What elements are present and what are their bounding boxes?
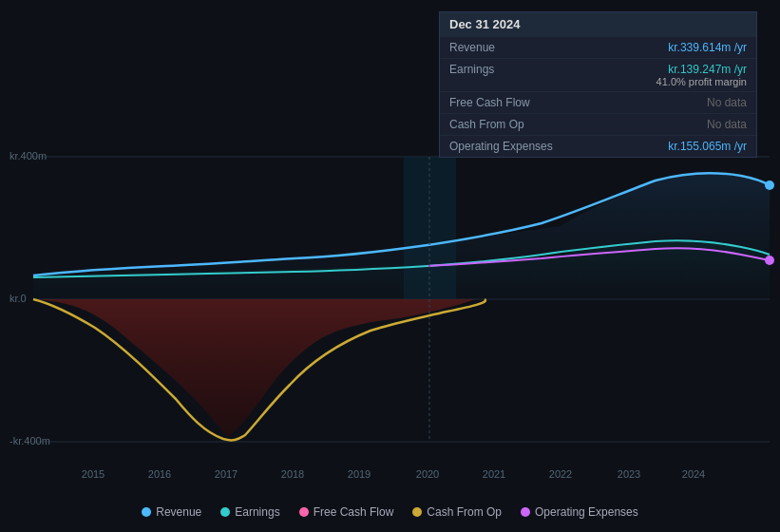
x-label-2020: 2020 [416,468,439,480]
tooltip-row-revenue: Revenue kr.339.614m /yr [440,36,756,58]
tooltip-row-fcf: Free Cash Flow No data [440,91,756,113]
tooltip-value-cashfromop: No data [707,118,747,131]
tooltip-row-cashfromop: Cash From Op No data [440,113,756,135]
svg-point-7 [765,180,774,190]
tooltip-label-earnings: Earnings [449,63,494,87]
legend-item-revenue: Revenue [142,505,201,519]
tooltip-value-earnings: kr.139.247m /yr [668,63,747,76]
x-label-2024: 2024 [682,468,705,480]
legend-dot-earnings [220,507,230,517]
tooltip-row-opex: Operating Expenses kr.155.065m /yr [440,135,756,157]
legend-label-revenue: Revenue [156,505,201,519]
x-label-2018: 2018 [281,468,304,480]
x-label-2022: 2022 [549,468,572,480]
legend-item-cashfromop: Cash From Op [412,505,502,519]
x-label-2015: 2015 [82,468,105,480]
y-label-bottom: -kr.400m [10,435,50,446]
legend-dot-cashfromop [412,507,422,517]
legend-dot-fcf [299,507,309,517]
tooltip-value-revenue: kr.339.614m /yr [668,41,747,54]
legend-dot-revenue [142,507,151,517]
tooltip-value-fcf: No data [707,96,747,109]
legend-label-fcf: Free Cash Flow [314,505,394,519]
x-label-2019: 2019 [348,468,371,480]
legend-label-cashfromop: Cash From Op [427,505,502,519]
tooltip-profit-margin: 41.0% profit margin [656,76,747,87]
legend: Revenue Earnings Free Cash Flow Cash Fro… [0,505,780,519]
legend-item-fcf: Free Cash Flow [299,505,394,519]
legend-label-earnings: Earnings [235,505,279,519]
x-label-2016: 2016 [148,468,171,480]
y-label-top: kr.400m [10,150,47,162]
legend-label-opex: Operating Expenses [535,505,638,519]
tooltip-label-cashfromop: Cash From Op [449,118,524,131]
tooltip-value-opex: kr.155.065m /yr [668,140,747,153]
y-label-zero: kr.0 [10,293,27,304]
tooltip-box: Dec 31 2024 Revenue kr.339.614m /yr Earn… [439,11,757,158]
x-label-2023: 2023 [618,468,640,480]
tooltip-value-earnings-group: kr.139.247m /yr 41.0% profit margin [656,63,747,87]
tooltip-label-revenue: Revenue [449,41,495,54]
tooltip-row-earnings: Earnings kr.139.247m /yr 41.0% profit ma… [440,58,756,91]
tooltip-label-opex: Operating Expenses [449,140,553,153]
tooltip-header: Dec 31 2024 [440,12,756,36]
chart-container: kr.400m kr.0 -kr.400m 2015 2016 2017 201… [0,0,780,532]
tooltip-label-fcf: Free Cash Flow [449,96,530,109]
x-label-2017: 2017 [215,468,238,480]
x-label-2021: 2021 [483,468,505,480]
legend-item-opex: Operating Expenses [521,505,638,519]
legend-item-earnings: Earnings [220,505,279,519]
svg-point-8 [765,256,774,265]
legend-dot-opex [521,507,530,517]
